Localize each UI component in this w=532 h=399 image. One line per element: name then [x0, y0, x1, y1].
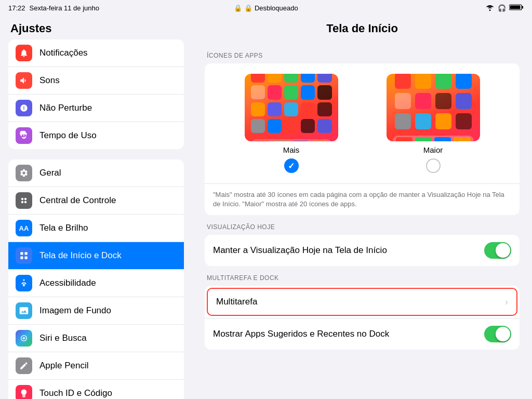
icon-description: "Mais" mostra até 30 ícones em cada pági… [205, 183, 520, 215]
geral-icon [16, 165, 32, 181]
nao-perturbe-icon [16, 100, 32, 116]
sidebar-item-tela-e-brilho[interactable]: AA Tela e Brilho [8, 215, 184, 242]
status-left: 17:22 Sexta-feira 11 de junho [8, 4, 99, 12]
tempo-de-uso-label: Tempo de Uso [39, 130, 97, 141]
tela-inicio-label: Tela de Início e Dock [39, 250, 122, 261]
preview-mais [245, 74, 338, 141]
tela-brilho-icon: AA [16, 220, 32, 236]
toggle-apps-row: Mostrar Apps Sugeridos e Recentes no Doc… [205, 318, 520, 350]
svg-point-5 [21, 201, 24, 204]
mostrar-apps-label: Mostrar Apps Sugeridos e Recentes no Doc… [213, 329, 484, 339]
toggle-visualizacao-row: Manter a Visualização Hoje na Tela de In… [205, 235, 520, 266]
apple-pencil-label: Apple Pencil [39, 361, 89, 371]
acessibilidade-label: Acessibilidade [39, 278, 96, 288]
status-time: 17:22 [8, 4, 25, 12]
sidebar-item-siri-e-busca[interactable]: Siri e Busca [8, 325, 184, 352]
svg-rect-8 [25, 252, 28, 255]
app-grid-maior [387, 74, 480, 134]
svg-rect-10 [25, 257, 28, 259]
status-date: Sexta-feira 11 de junho [30, 4, 99, 12]
option-mais[interactable]: Mais [245, 74, 338, 173]
status-right: 🎧 [485, 4, 524, 12]
tela-inicio-icon [16, 247, 32, 264]
mais-radio[interactable] [284, 158, 299, 173]
sidebar-item-nao-perturbe[interactable]: Não Perturbe [8, 95, 184, 122]
wifi-icon [485, 4, 495, 12]
sidebar-item-tempo-de-uso[interactable]: Tempo de Uso [8, 122, 184, 149]
chevron-icon: › [505, 297, 508, 308]
svg-rect-9 [20, 257, 23, 259]
sidebar-title: Ajustes [0, 16, 192, 39]
icones-card: Mais [205, 63, 520, 215]
svg-point-6 [24, 201, 27, 204]
nao-perturbe-label: Não Perturbe [39, 103, 92, 113]
central-controle-label: Central de Controle [39, 195, 116, 206]
imagem-fundo-label: Imagem de Fundo [39, 305, 111, 316]
sidebar-item-apple-pencil[interactable]: Apple Pencil [8, 352, 184, 380]
apple-pencil-icon [16, 357, 32, 374]
tempo-de-uso-icon [16, 127, 32, 144]
geral-label: Geral [39, 168, 61, 178]
status-center: 🔒 🔒 Desbloqueado [234, 4, 298, 12]
toggle-visualizacao-label: Manter a Visualização Hoje na Tela de In… [213, 245, 484, 256]
sidebar-item-tela-de-inicio[interactable]: Tela de Início e Dock [8, 242, 184, 270]
sidebar-item-notificacoes[interactable]: Notificações [8, 39, 184, 67]
headphone-icon: 🎧 [498, 4, 506, 12]
app-grid-mais [245, 74, 338, 137]
svg-point-4 [24, 198, 27, 201]
touch-id-label: Touch ID e Código [39, 388, 112, 398]
maior-label: Maior [423, 145, 443, 154]
svg-rect-1 [522, 6, 524, 8]
sidebar-item-central-de-controle[interactable]: Central de Controle [8, 187, 184, 215]
section-visualizacao-label: VISUALIZAÇÃO HOJE [205, 223, 520, 231]
notificacoes-label: Notificações [39, 48, 88, 58]
sidebar: Ajustes Notificações Sons Não Perturbe [0, 16, 192, 399]
sidebar-section-2: Geral Central de Controle AA Tela e Bril… [8, 159, 184, 399]
touch-id-icon [16, 385, 32, 399]
mais-label: Mais [283, 145, 300, 154]
sidebar-item-touch-id[interactable]: Touch ID e Código [8, 380, 184, 399]
siri-icon [16, 330, 32, 347]
acessibilidade-icon [16, 275, 32, 291]
visualizacao-card: Manter a Visualização Hoje na Tela de In… [205, 235, 520, 266]
sidebar-item-acessibilidade[interactable]: Acessibilidade [8, 270, 184, 297]
sidebar-item-geral[interactable]: Geral [8, 159, 184, 187]
svg-point-11 [23, 280, 25, 281]
svg-rect-2 [510, 5, 521, 9]
sons-icon [16, 72, 32, 89]
icon-options: Mais [205, 63, 520, 183]
siri-label: Siri e Busca [39, 333, 87, 343]
status-bar: 17:22 Sexta-feira 11 de junho 🔒 🔒 Desblo… [0, 0, 532, 16]
maior-radio[interactable] [426, 158, 441, 173]
sons-label: Sons [39, 75, 60, 86]
multitarefa-card: Multitarefa › Mostrar Apps Sugeridos e R… [205, 286, 520, 350]
multitarefa-highlight: Multitarefa › [207, 288, 517, 316]
notificacoes-icon [16, 45, 32, 61]
central-controle-icon [16, 192, 32, 209]
section-multitarefa-label: MULTITAREFA E DOCK [205, 274, 520, 282]
preview-maior [387, 74, 480, 141]
sidebar-item-imagem-de-fundo[interactable]: Imagem de Fundo [8, 297, 184, 325]
svg-rect-7 [20, 252, 23, 255]
section-icones-label: ÍCONES DE APPS [205, 52, 520, 59]
right-panel: Tela de Início ÍCONES DE APPS [192, 16, 532, 399]
svg-point-3 [21, 198, 24, 201]
multitarefa-row[interactable]: Multitarefa › [208, 289, 516, 315]
toggle-mostrar-apps[interactable] [484, 326, 511, 342]
tela-brilho-label: Tela e Brilho [39, 223, 88, 233]
main-layout: Ajustes Notificações Sons Não Perturbe [0, 16, 532, 399]
sidebar-section-1: Notificações Sons Não Perturbe Tempo de … [8, 39, 184, 149]
option-maior[interactable]: Maior [387, 74, 480, 173]
imagem-fundo-icon [16, 302, 32, 319]
toggle-visualizacao[interactable] [484, 242, 511, 259]
right-panel-title: Tela de Início [205, 16, 520, 44]
battery-icon [509, 4, 524, 12]
status-unlock: 🔒 Desbloqueado [244, 4, 298, 12]
multitarefa-label: Multitarefa [216, 297, 257, 307]
sidebar-item-sons[interactable]: Sons [8, 67, 184, 95]
lock-icon: 🔒 [234, 4, 242, 12]
